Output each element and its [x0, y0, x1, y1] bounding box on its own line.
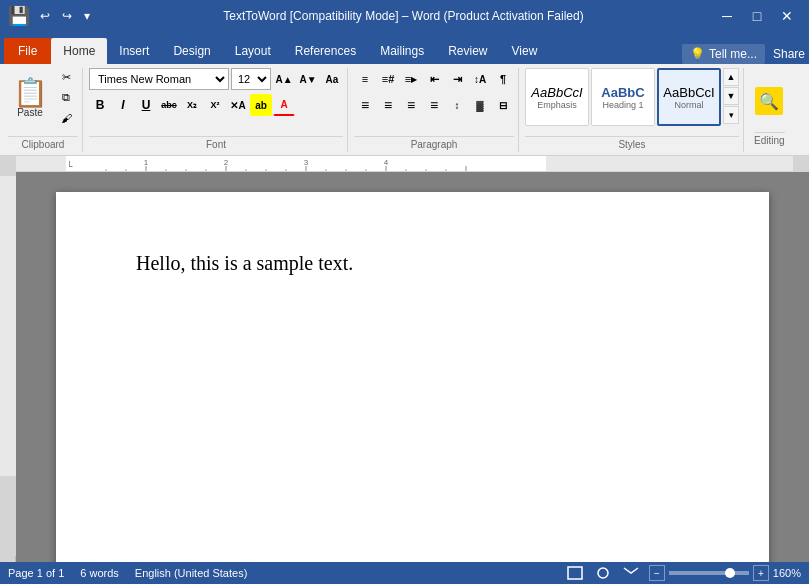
ribbon: 📋 Paste ✂ ⧉ 🖌 Clipboard Times New Roman … [0, 64, 809, 156]
style-heading1[interactable]: AaBbC Heading 1 [591, 68, 655, 126]
decrease-indent-button[interactable]: ⇤ [423, 68, 445, 90]
window-title: TextToWord [Compatibility Mode] – Word (… [94, 9, 713, 23]
ribbon-right-area: 💡 Tell me... Share [682, 44, 805, 64]
title-bar-left: 💾 ↩ ↪ ▾ [8, 5, 94, 27]
main-area: Hello, this is a sample text. [0, 172, 809, 562]
style-normal[interactable]: AaBbCcI Normal [657, 68, 721, 126]
word-count: 6 words [80, 567, 119, 579]
ruler: 1 2 3 4 [0, 156, 809, 172]
status-bar: Page 1 of 1 6 words English (United Stat… [0, 562, 809, 584]
tell-me-input[interactable]: 💡 Tell me... [682, 44, 765, 64]
align-right-button[interactable]: ≡ [400, 94, 422, 116]
shading-button[interactable]: ▓ [469, 94, 491, 116]
tab-design[interactable]: Design [161, 38, 222, 64]
title-bar: 💾 ↩ ↪ ▾ TextToWord [Compatibility Mode] … [0, 0, 809, 32]
cut-button[interactable]: ✂ [54, 68, 78, 87]
styles-more[interactable]: ▾ [723, 106, 739, 124]
svg-text:2: 2 [224, 158, 229, 167]
quick-access: ↩ ↪ ▾ [36, 7, 94, 25]
font-row-1: Times New Roman 12 A▲ A▼ Aa [89, 68, 343, 90]
tab-review[interactable]: Review [436, 38, 499, 64]
maximize-button[interactable]: □ [743, 2, 771, 30]
share-button[interactable]: Share [773, 47, 805, 61]
svg-rect-28 [568, 567, 582, 579]
sort-button[interactable]: ↕A [469, 68, 491, 90]
paste-button[interactable]: 📋 Paste [8, 68, 52, 128]
clipboard-group: 📋 Paste ✂ ⧉ 🖌 Clipboard [4, 68, 83, 152]
minimize-button[interactable]: ─ [713, 2, 741, 30]
print-layout-button[interactable] [565, 565, 585, 581]
decrease-font-button[interactable]: A▼ [297, 68, 319, 90]
font-size-select[interactable]: 12 [231, 68, 271, 90]
clipboard-small-buttons: ✂ ⧉ 🖌 [54, 68, 78, 127]
undo-button[interactable]: ↩ [36, 7, 54, 25]
zoom-level: 160% [773, 567, 801, 579]
editing-group: 🔍 Editing [746, 68, 793, 152]
change-case-button[interactable]: Aa [321, 68, 343, 90]
bullets-button[interactable]: ≡ [354, 68, 376, 90]
redo-button[interactable]: ↪ [58, 7, 76, 25]
svg-point-29 [598, 568, 608, 578]
multilevel-button[interactable]: ≡▸ [400, 68, 422, 90]
align-center-button[interactable]: ≡ [377, 94, 399, 116]
editing-search-button[interactable]: 🔍 [755, 87, 783, 115]
editing-label: Editing [754, 132, 785, 148]
close-button[interactable]: ✕ [773, 2, 801, 30]
justify-button[interactable]: ≡ [423, 94, 445, 116]
quick-access-dropdown[interactable]: ▾ [80, 7, 94, 25]
format-painter-button[interactable]: 🖌 [54, 108, 78, 127]
text-highlight-button[interactable]: ab [250, 94, 272, 116]
zoom-thumb [725, 568, 735, 578]
clear-format-button[interactable]: ✕A [227, 94, 249, 116]
italic-button[interactable]: I [112, 94, 134, 116]
ribbon-tab-bar: File Home Insert Design Layout Reference… [0, 32, 809, 64]
tab-home[interactable]: Home [51, 38, 107, 64]
clipboard-label: Clipboard [8, 136, 78, 152]
window-controls: ─ □ ✕ [713, 2, 801, 30]
tab-insert[interactable]: Insert [107, 38, 161, 64]
bold-button[interactable]: B [89, 94, 111, 116]
tab-file[interactable]: File [4, 38, 51, 64]
numbering-button[interactable]: ≡# [377, 68, 399, 90]
zoom-out-button[interactable]: − [649, 565, 665, 581]
paragraph-group: ≡ ≡# ≡▸ ⇤ ⇥ ↕A ¶ ≡ ≡ ≡ ≡ ↕ ▓ ⊟ Paragraph [350, 68, 519, 152]
borders-button[interactable]: ⊟ [492, 94, 514, 116]
copy-button[interactable]: ⧉ [54, 88, 78, 107]
ruler-right-corner [793, 156, 809, 171]
para-row-1: ≡ ≡# ≡▸ ⇤ ⇥ ↕A ¶ [354, 68, 514, 90]
zoom-slider[interactable] [669, 571, 749, 575]
styles-gallery: AaBbCcI Emphasis AaBbC Heading 1 AaBbCcI… [525, 68, 721, 126]
strikethrough-button[interactable]: abc [158, 94, 180, 116]
ruler-main: 1 2 3 4 [16, 156, 793, 171]
increase-font-button[interactable]: A▲ [273, 68, 295, 90]
page-indicator: Page 1 of 1 [8, 567, 64, 579]
tab-view[interactable]: View [500, 38, 550, 64]
word-icon: 💾 [8, 5, 30, 27]
web-view-button[interactable] [593, 565, 613, 581]
read-mode-button[interactable] [621, 565, 641, 581]
tab-layout[interactable]: Layout [223, 38, 283, 64]
font-label: Font [89, 136, 343, 152]
font-color-button[interactable]: A [273, 94, 295, 116]
superscript-button[interactable]: X² [204, 94, 226, 116]
document-page[interactable]: Hello, this is a sample text. [56, 192, 769, 562]
document-canvas[interactable]: Hello, this is a sample text. [16, 172, 809, 562]
tab-mailings[interactable]: Mailings [368, 38, 436, 64]
font-name-select[interactable]: Times New Roman [89, 68, 229, 90]
font-row-2: B I U abc X₂ X² ✕A ab A [89, 94, 343, 116]
style-emphasis[interactable]: AaBbCcI Emphasis [525, 68, 589, 126]
subscript-button[interactable]: X₂ [181, 94, 203, 116]
zoom-in-button[interactable]: + [753, 565, 769, 581]
svg-text:1: 1 [144, 158, 149, 167]
styles-scroll-up[interactable]: ▲ [723, 68, 739, 86]
underline-button[interactable]: U [135, 94, 157, 116]
document-content[interactable]: Hello, this is a sample text. [136, 252, 689, 275]
paste-icon: 📋 [13, 79, 48, 107]
svg-text:└: └ [66, 160, 73, 171]
tab-references[interactable]: References [283, 38, 368, 64]
align-left-button[interactable]: ≡ [354, 94, 376, 116]
line-spacing-button[interactable]: ↕ [446, 94, 468, 116]
styles-scroll-down[interactable]: ▼ [723, 87, 739, 105]
show-hide-button[interactable]: ¶ [492, 68, 514, 90]
increase-indent-button[interactable]: ⇥ [446, 68, 468, 90]
